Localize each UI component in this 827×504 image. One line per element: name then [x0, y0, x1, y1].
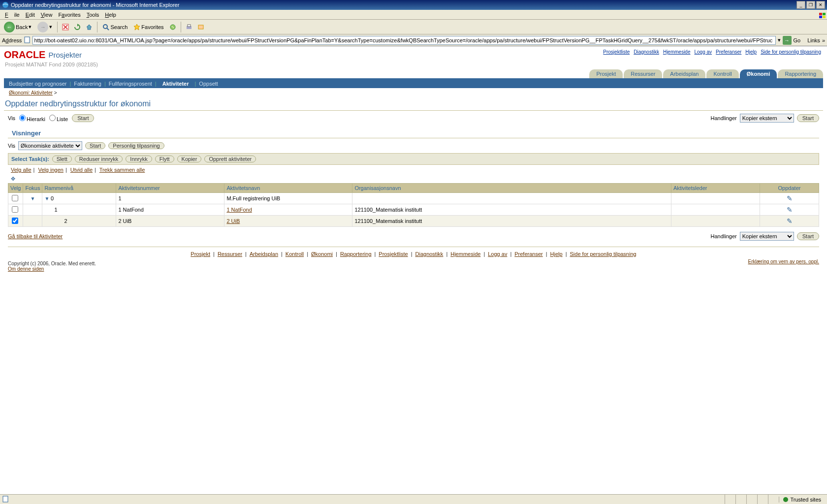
- svg-rect-15: [188, 25, 191, 27]
- tab-rapportering[interactable]: Rapportering: [778, 69, 823, 78]
- privacy-link[interactable]: Erklæring om vern av pers. oppl.: [748, 259, 819, 264]
- col-org[interactable]: Organisasjonsnavn: [352, 184, 671, 193]
- menu-favorites[interactable]: Favorites: [55, 11, 83, 19]
- menu-tools[interactable]: Tools: [84, 11, 102, 19]
- back-button[interactable]: ← Back ▾: [2, 21, 33, 33]
- vis-liste-radio[interactable]: Liste: [49, 115, 68, 122]
- col-navn[interactable]: Aktivitetsnavn: [224, 184, 352, 193]
- footer-link-arbeidsplan[interactable]: Arbeidsplan: [250, 251, 278, 257]
- print-button[interactable]: [184, 22, 194, 32]
- header-link-hjemmeside[interactable]: Hjemmeside: [663, 49, 691, 55]
- header-links: ProsjektlisteDiagnostikkHjemmesideLogg a…: [601, 49, 823, 55]
- footer-link-prosjektliste[interactable]: Prosjektliste: [379, 251, 408, 257]
- flytt-button[interactable]: Flytt: [155, 156, 174, 162]
- about-link[interactable]: Om denne siden: [8, 266, 44, 272]
- subtab-fullføringsprosent[interactable]: Fullføringsprosent: [109, 81, 152, 87]
- history-button[interactable]: [168, 22, 178, 32]
- footer-link-ressurser[interactable]: Ressurser: [218, 251, 242, 257]
- pencil-icon[interactable]: ✎: [787, 217, 793, 225]
- tilpasning-button[interactable]: Personlig tilpasning: [108, 142, 164, 149]
- footer-link-diagnostikk[interactable]: Diagnostikk: [415, 251, 444, 257]
- forward-button[interactable]: →▾: [35, 21, 54, 33]
- menu-file[interactable]: File: [2, 11, 23, 19]
- aktivitetsnavn-link[interactable]: 1 NatFond: [226, 207, 252, 213]
- footer-link-preferanser[interactable]: Preferanser: [514, 251, 542, 257]
- row-select-checkbox[interactable]: [12, 218, 18, 224]
- address-dropdown-icon[interactable]: ▾: [778, 37, 781, 43]
- visninger-select[interactable]: Økonomiske aktiviteter: [18, 141, 82, 150]
- expand-icon[interactable]: ▼: [44, 196, 51, 201]
- search-button[interactable]: Search: [100, 23, 129, 32]
- aktivitetsnummer-cell: 1 NatFond: [116, 204, 224, 216]
- breadcrumb-link[interactable]: Økonomi: Aktiviteter: [9, 90, 53, 95]
- go-button[interactable]: →: [783, 36, 792, 45]
- slett-button[interactable]: Slett: [52, 156, 72, 162]
- minimize-button[interactable]: _: [796, 1, 805, 9]
- back-link[interactable]: Gå tilbake til Aktiviteter: [8, 233, 63, 239]
- header-link-side-for-personlig-tilpasning[interactable]: Side for personlig tilpasning: [761, 49, 821, 55]
- header-link-logg-av[interactable]: Logg av: [695, 49, 712, 55]
- tab-kontroll[interactable]: Kontroll: [706, 69, 738, 78]
- footer-link-økonomi[interactable]: Økonomi: [311, 251, 333, 257]
- handlinger-select-bottom[interactable]: Kopier ekstern: [740, 232, 794, 241]
- row-select-checkbox[interactable]: [12, 206, 18, 213]
- forward-icon: →: [37, 22, 48, 32]
- opprett-button[interactable]: Opprett aktiviteter: [204, 156, 256, 162]
- restore-button[interactable]: ❐: [806, 1, 815, 9]
- col-fokus[interactable]: Fokus: [23, 184, 42, 193]
- address-input[interactable]: [32, 36, 775, 45]
- close-window-button[interactable]: ✕: [816, 1, 825, 9]
- header-link-hjelp[interactable]: Hjelp: [745, 49, 757, 55]
- col-oppdater[interactable]: Oppdater: [760, 184, 819, 193]
- handlinger-start-button-bottom[interactable]: Start: [797, 232, 819, 240]
- tab-økonomi[interactable]: Økonomi: [740, 69, 777, 78]
- header-link-prosjektliste[interactable]: Prosjektliste: [603, 49, 630, 55]
- subtab-fakturering[interactable]: Fakturering: [74, 81, 101, 87]
- visninger-start-button[interactable]: Start: [85, 142, 105, 149]
- home-button[interactable]: [84, 22, 94, 32]
- subtab-oppsett[interactable]: Oppsett: [199, 81, 218, 87]
- subtab-budsjetter-og-prognoser[interactable]: Budsjetter og prognoser: [9, 81, 66, 87]
- vis-start-button[interactable]: Start: [72, 114, 94, 122]
- footer-link-prosjekt[interactable]: Prosjekt: [191, 251, 210, 257]
- reduser-innrykk-button[interactable]: Reduser innrykk: [75, 156, 123, 162]
- handlinger-select[interactable]: Kopier ekstern: [740, 114, 794, 123]
- vis-hierarki-radio[interactable]: Hierarki: [19, 115, 45, 122]
- tab-ressurser[interactable]: Ressurser: [624, 69, 662, 78]
- menu-edit[interactable]: Edit: [23, 11, 38, 19]
- menu-view[interactable]: View: [38, 11, 56, 19]
- trekk-sammen-link[interactable]: Trekk sammen alle: [99, 167, 145, 173]
- footer-link-logg-av[interactable]: Logg av: [488, 251, 507, 257]
- footer-link-kontroll[interactable]: Kontroll: [286, 251, 304, 257]
- footer-link-rapportering[interactable]: Rapportering: [340, 251, 372, 257]
- subtab-aktiviteter[interactable]: Aktiviteter: [159, 81, 192, 87]
- col-nummer[interactable]: Aktivitetsnummer: [116, 184, 224, 193]
- aktivitetsnavn-link[interactable]: 2 UiB: [226, 218, 240, 224]
- footer-link-hjelp[interactable]: Hjelp: [550, 251, 563, 257]
- kopier-button[interactable]: Kopier: [177, 156, 202, 162]
- stop-button[interactable]: [61, 22, 70, 32]
- innrykk-button[interactable]: Innrykk: [126, 156, 152, 162]
- footer-link-side-for-personlig-tilpasning[interactable]: Side for personlig tilpasning: [570, 251, 636, 257]
- utvid-alle-link[interactable]: Utvid alle: [70, 167, 93, 173]
- collapse-icon[interactable]: ▼: [30, 196, 35, 201]
- velg-alle-link[interactable]: Velg alle: [11, 167, 32, 173]
- footer-link-hjemmeside[interactable]: Hjemmeside: [450, 251, 480, 257]
- menu-help[interactable]: Help: [102, 11, 119, 19]
- tab-arbeidsplan[interactable]: Arbeidsplan: [663, 69, 705, 78]
- col-ramme[interactable]: Rammenivå: [42, 184, 116, 193]
- links-label[interactable]: Links: [807, 37, 820, 43]
- row-select-checkbox[interactable]: [12, 195, 18, 201]
- handlinger-start-button[interactable]: Start: [797, 114, 819, 122]
- col-leder[interactable]: Aktivitetsleder: [671, 184, 760, 193]
- mail-button[interactable]: [196, 22, 206, 32]
- header-link-preferanser[interactable]: Preferanser: [716, 49, 741, 55]
- tab-prosjekt[interactable]: Prosjekt: [589, 69, 623, 78]
- pencil-icon[interactable]: ✎: [787, 194, 793, 202]
- col-velg[interactable]: Velg: [8, 184, 23, 193]
- header-link-diagnostikk[interactable]: Diagnostikk: [634, 49, 659, 55]
- favorites-button[interactable]: Favorites: [131, 23, 165, 32]
- pencil-icon[interactable]: ✎: [787, 206, 793, 214]
- velg-ingen-link[interactable]: Velg ingen: [38, 167, 64, 173]
- refresh-button[interactable]: [72, 22, 82, 32]
